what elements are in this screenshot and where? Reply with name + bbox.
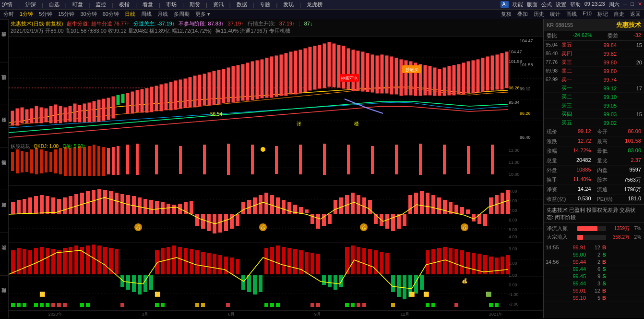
indicator-oscillator[interactable]: 💰 💰 💰 💰 9.00 8.00 7.00 6.00 5.00 4.00 bbox=[9, 185, 543, 243]
svg-rect-65 bbox=[304, 49, 307, 92]
period-60min[interactable]: 60分钟 bbox=[101, 11, 120, 18]
tool-tongji[interactable]: 统计 bbox=[549, 11, 562, 18]
svg-rect-146 bbox=[136, 144, 139, 175]
menu-item-zixun[interactable]: 资讯 bbox=[213, 1, 224, 8]
svg-rect-340 bbox=[397, 275, 401, 297]
menu-item-hushen[interactable]: 沪深 bbox=[25, 1, 36, 8]
svg-rect-381 bbox=[426, 303, 429, 307]
detail-change-pct: 涨幅 14.72% bbox=[544, 147, 594, 156]
menu-item-shuju[interactable]: 数据 bbox=[237, 1, 247, 8]
svg-rect-83 bbox=[390, 57, 393, 94]
svg-rect-38 bbox=[174, 81, 177, 110]
menu-item-zhuanti[interactable]: 专题 bbox=[260, 1, 270, 8]
svg-rect-366 bbox=[11, 303, 15, 307]
period-monthly[interactable]: 月线 bbox=[156, 11, 169, 18]
svg-rect-376 bbox=[264, 303, 268, 307]
period-1min[interactable]: 1分钟 bbox=[18, 11, 35, 18]
svg-rect-85 bbox=[400, 60, 403, 96]
price-chart-svg: 104.47 101.58 96.26 95.04 56.54 张 楼 抄底守仓… bbox=[9, 37, 543, 142]
menu-item-zixuan[interactable]: 自选 bbox=[49, 1, 60, 8]
period-more[interactable]: 更多 ▾ bbox=[194, 11, 212, 18]
svg-rect-384 bbox=[495, 303, 499, 307]
svg-rect-170 bbox=[17, 200, 21, 214]
right-menu-gongneng[interactable]: 功能 bbox=[513, 1, 523, 8]
svg-rect-344 bbox=[420, 275, 424, 290]
svg-rect-51 bbox=[237, 65, 239, 101]
period-daily[interactable]: 日线 bbox=[123, 11, 137, 18]
menu-item-shichang[interactable]: 市场 bbox=[166, 1, 177, 8]
menu-item-qihuo[interactable]: 期货 bbox=[190, 1, 200, 8]
tool-lishi[interactable]: 历史 bbox=[532, 11, 546, 18]
svg-rect-107 bbox=[505, 52, 508, 88]
tool-fanhui[interactable]: 返回 bbox=[629, 11, 642, 18]
svg-rect-279 bbox=[46, 248, 49, 274]
tool-biaoji[interactable]: 标记 bbox=[596, 11, 609, 18]
tool-zizou[interactable]: 自走 bbox=[612, 11, 626, 18]
svg-rect-12 bbox=[49, 106, 52, 123]
period-30min[interactable]: 30分钟 bbox=[79, 11, 98, 18]
right-menu-banmian[interactable]: 版面 bbox=[527, 1, 537, 8]
svg-rect-73 bbox=[342, 46, 345, 88]
svg-text:10.00: 10.00 bbox=[509, 172, 520, 177]
tool-huaxian[interactable]: 画线 bbox=[565, 11, 578, 18]
current-time: 09:23:23 bbox=[584, 1, 605, 8]
menu-item-kanpan[interactable]: 看盘 bbox=[143, 1, 153, 8]
detail-low: 最低 83.00 bbox=[594, 147, 644, 156]
menu-item-faxian[interactable]: 发现 bbox=[283, 1, 294, 8]
svg-text:💰: 💰 bbox=[361, 225, 366, 230]
tool-fuchuan[interactable]: 复权 bbox=[500, 11, 513, 18]
svg-rect-81 bbox=[381, 55, 383, 93]
menu-item-hushiqing[interactable]: 沪情 bbox=[2, 1, 12, 8]
period-fenshi[interactable]: 分时 bbox=[2, 11, 15, 18]
svg-rect-220 bbox=[305, 209, 309, 213]
bid-level-3: 买三 99.05 bbox=[544, 101, 644, 110]
window-close[interactable]: ✕ bbox=[638, 1, 642, 8]
details-grid: 现价 99.12 今开 86.00 涨跌 12.72 最高 101.58 涨幅 bbox=[544, 127, 644, 204]
svg-rect-196 bbox=[167, 204, 170, 214]
svg-rect-64 bbox=[299, 50, 302, 93]
indicator-yaogubaihua[interactable]: 妖股花花 QKDJ: 1.00 Q值: 5.00↑ bbox=[9, 142, 543, 185]
svg-rect-217 bbox=[287, 202, 291, 214]
period-15min[interactable]: 15分钟 bbox=[57, 11, 76, 18]
indicator-lower[interactable]: 🟨 🟨 🟨 🟨 💰 🟩 bbox=[9, 243, 543, 318]
svg-rect-341 bbox=[403, 275, 406, 299]
tool-f10[interactable]: F10 bbox=[581, 11, 593, 18]
period-multiperiod[interactable]: 多周期 bbox=[172, 11, 191, 18]
right-menu-shezhi[interactable]: 设置 bbox=[556, 1, 566, 8]
window-maximize[interactable]: □ bbox=[631, 1, 634, 8]
label-东时段: 东时段 bbox=[0, 275, 8, 318]
block-pct: 2% bbox=[632, 234, 641, 240]
svg-rect-194 bbox=[155, 201, 159, 214]
svg-text:1.00: 1.00 bbox=[509, 273, 517, 278]
svg-rect-289 bbox=[103, 247, 107, 274]
svg-rect-247 bbox=[460, 207, 464, 214]
svg-rect-19 bbox=[83, 104, 86, 122]
window-minimize[interactable]: ─ bbox=[623, 1, 627, 8]
svg-rect-74 bbox=[347, 49, 350, 89]
svg-text:6.00: 6.00 bbox=[509, 218, 517, 222]
period-weekly[interactable]: 周线 bbox=[140, 11, 153, 18]
right-menu-bangzhu[interactable]: 帮助 bbox=[570, 1, 581, 8]
svg-rect-136 bbox=[78, 146, 81, 176]
svg-rect-35 bbox=[160, 85, 163, 111]
svg-rect-105 bbox=[496, 55, 499, 89]
svg-rect-273 bbox=[11, 250, 15, 274]
svg-rect-346 bbox=[431, 249, 435, 274]
left-labels: 技术分析 成明组 分时表 基本资料 东方财富 图文功 东时段 bbox=[0, 19, 9, 318]
svg-rect-325 bbox=[310, 253, 314, 274]
right-menu-gongshi[interactable]: 公式 bbox=[541, 1, 552, 8]
tool-diejia[interactable]: 叠加 bbox=[516, 11, 529, 18]
main-price-chart[interactable]: 104.47 101.58 96.26 95.04 56.54 张 楼 抄底守仓… bbox=[9, 37, 543, 142]
svg-rect-222 bbox=[316, 214, 320, 229]
svg-rect-21 bbox=[93, 101, 95, 122]
svg-rect-97 bbox=[457, 64, 460, 94]
trade-list-scroll[interactable]: 14:55 99.91 12 B 99.00 2 S 14:56 99.44 2… bbox=[544, 244, 644, 302]
menu-item-longhubang[interactable]: 龙虎榜 bbox=[307, 1, 322, 8]
svg-text:抄底守仓: 抄底守仓 bbox=[341, 76, 358, 81]
menu-item-dingpan[interactable]: 盯盘 bbox=[72, 1, 83, 8]
menu-item-banzhi[interactable]: 板指 bbox=[119, 1, 130, 8]
period-5min[interactable]: 5分钟 bbox=[37, 11, 54, 18]
menu-item-jiankong[interactable]: 监控 bbox=[95, 1, 106, 8]
svg-rect-209 bbox=[241, 202, 245, 214]
label-基本资料: 基本资料 bbox=[0, 147, 8, 190]
